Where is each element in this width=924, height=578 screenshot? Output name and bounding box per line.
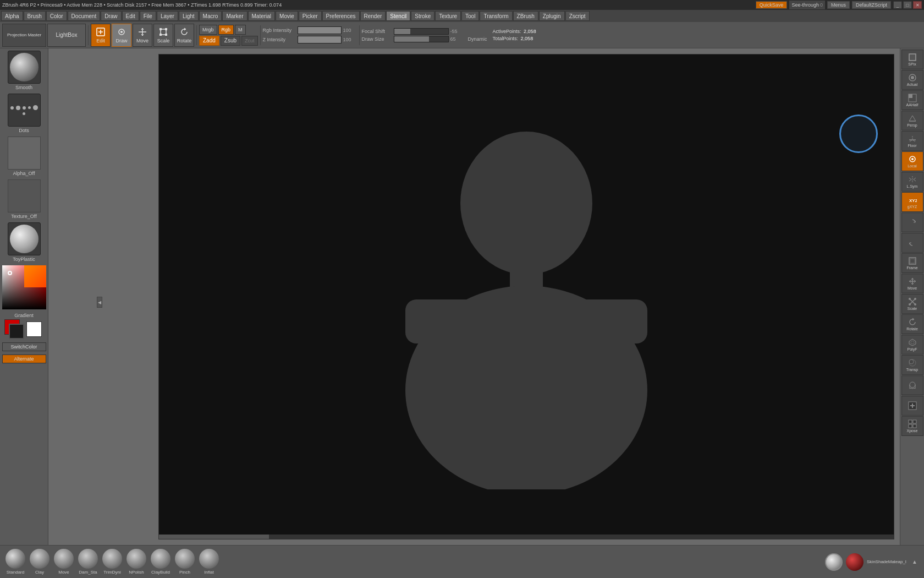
zadd-button[interactable]: Zadd xyxy=(199,36,219,46)
texture-item[interactable]: Texture_Off xyxy=(8,179,41,219)
menu-item-macro[interactable]: Macro xyxy=(199,11,222,21)
inflat-brush-thumb[interactable]: Inflat xyxy=(199,549,219,575)
spix-btn[interactable]: SPix xyxy=(901,50,923,69)
m-button[interactable]: M xyxy=(235,25,246,35)
menu-item-document[interactable]: Document xyxy=(68,11,101,21)
quicksave-button[interactable]: QuickSave xyxy=(756,1,788,9)
menu-item-stroke[interactable]: Stroke xyxy=(411,11,435,21)
skinshade-sphere[interactable] xyxy=(825,553,843,571)
rotate-tool-button[interactable]: Rotate xyxy=(174,24,194,47)
focal-shift-slider[interactable] xyxy=(394,28,449,35)
solo-btn[interactable] xyxy=(901,396,923,416)
canvas-area[interactable]: ◀ xyxy=(48,48,900,545)
white-swatch[interactable] xyxy=(26,321,42,337)
menu-item-render[interactable]: Render xyxy=(360,11,386,21)
menus-button[interactable]: Menus xyxy=(827,1,850,9)
menu-item-light[interactable]: Light xyxy=(179,11,199,21)
red-material-sphere[interactable] xyxy=(846,553,864,571)
zcut-button[interactable]: Zcut xyxy=(241,36,258,46)
clay-brush-thumb[interactable]: Clay xyxy=(30,549,50,575)
projection-master-button[interactable]: Projection Master xyxy=(2,24,46,47)
frame-btn[interactable]: Frame xyxy=(901,253,923,273)
ghost-icon xyxy=(908,381,917,390)
see-through-area: See-through 0 xyxy=(789,1,825,9)
trimdyni-brush-thumb[interactable]: TrimDyni xyxy=(102,549,122,575)
mrgb-button[interactable]: Mrgb xyxy=(199,25,217,35)
svg-point-4 xyxy=(120,31,123,33)
color-picker[interactable] xyxy=(2,265,46,309)
lsym-btn[interactable]: L.Sym xyxy=(901,172,923,192)
claybuild-brush-thumb[interactable]: ClayBuild xyxy=(151,549,170,575)
primary-swatch[interactable] xyxy=(9,324,24,339)
svg-rect-21 xyxy=(909,94,912,98)
zsub-button[interactable]: Zsub xyxy=(221,36,240,46)
menu-item-stencil[interactable]: Stencil xyxy=(386,11,410,21)
trimdyni-brush-icon xyxy=(102,549,122,569)
scroll-up-arrow[interactable]: ▲ xyxy=(911,558,919,566)
divider-2 xyxy=(196,25,197,45)
switch-color-button[interactable]: SwitchColor xyxy=(2,342,46,351)
defaultzscript-button[interactable]: DefaultZScript xyxy=(852,1,891,9)
rgb-intensity-slider[interactable] xyxy=(298,26,342,34)
menu-item-edit[interactable]: Edit xyxy=(122,11,139,21)
ghost-btn[interactable] xyxy=(901,375,923,395)
pinch-brush-thumb[interactable]: Pinch xyxy=(175,549,195,575)
edit-button[interactable]: Edit xyxy=(91,24,111,47)
smooth-brush-item[interactable]: Smooth xyxy=(8,51,41,90)
move-tool-button[interactable]: Move xyxy=(133,24,152,47)
menu-item-file[interactable]: File xyxy=(140,11,156,21)
menu-item-zbrush[interactable]: ZBrush xyxy=(513,11,538,21)
camera1-btn[interactable] xyxy=(901,212,923,232)
lightbox-button[interactable]: LightBox xyxy=(47,24,86,47)
brush-circle-indicator xyxy=(839,114,878,153)
canvas-scrollbar-h[interactable] xyxy=(159,535,894,539)
menu-item-tool[interactable]: Tool xyxy=(461,11,479,21)
menu-item-brush[interactable]: Brush xyxy=(24,11,46,21)
standard-brush-thumb[interactable]: Standard xyxy=(6,549,25,575)
menu-item-color[interactable]: Color xyxy=(46,11,67,21)
rotate-right-btn[interactable]: Rotate xyxy=(901,314,923,334)
draw-button[interactable]: Draw xyxy=(112,24,131,47)
move-brush-thumb[interactable]: Move xyxy=(54,549,74,575)
menu-item-texture[interactable]: Texture xyxy=(435,11,461,21)
floor-btn[interactable]: Floor xyxy=(901,131,923,151)
menu-item-movie[interactable]: Movie xyxy=(276,11,298,21)
z-intensity-slider[interactable] xyxy=(298,36,342,43)
menu-item-alpha[interactable]: Alpha xyxy=(1,11,23,21)
transp-btn[interactable]: Transp xyxy=(901,355,923,375)
local-icon xyxy=(908,155,917,163)
dots-brush-item[interactable]: Dots xyxy=(8,94,41,133)
draw-size-slider[interactable] xyxy=(394,36,449,42)
menu-item-zscript[interactable]: Zscript xyxy=(565,11,590,21)
scale-right-btn[interactable]: Scale xyxy=(901,294,923,314)
npolish-brush-thumb[interactable]: NPolish xyxy=(127,549,146,575)
damsta-brush-thumb[interactable]: Dam_Sta xyxy=(78,549,98,575)
scale-tool-button[interactable]: Scale xyxy=(153,24,173,47)
toyplastic-item[interactable]: ToyPlastic xyxy=(8,222,41,262)
polyf-btn[interactable]: PolyF xyxy=(901,335,923,355)
menu-item-transform[interactable]: Transform xyxy=(480,11,512,21)
alternate-button[interactable]: Alternate xyxy=(2,355,46,363)
menu-item-layer[interactable]: Layer xyxy=(157,11,178,21)
move-right-btn[interactable]: Move xyxy=(901,274,923,293)
alpha-item[interactable]: Alpha_Off xyxy=(8,137,41,176)
minimize-button[interactable]: _ xyxy=(893,1,902,9)
persp-btn[interactable]: Persp xyxy=(901,111,923,130)
menu-item-draw[interactable]: Draw xyxy=(101,11,121,21)
close-button[interactable]: ✕ xyxy=(913,1,922,9)
menu-item-preferences[interactable]: Preferences xyxy=(322,11,360,21)
gxyz-btn[interactable]: XYZ gXYZ xyxy=(901,192,923,212)
xpose-btn[interactable]: Xpose xyxy=(901,416,923,436)
maximize-button[interactable]: □ xyxy=(903,1,912,9)
rgb-button[interactable]: Rgb xyxy=(218,25,234,35)
left-panel-collapse[interactable]: ◀ xyxy=(97,297,102,308)
menu-item-picker[interactable]: Picker xyxy=(299,11,322,21)
local-btn[interactable]: Local xyxy=(901,151,923,171)
menu-item-material[interactable]: Material xyxy=(248,11,276,21)
menu-item-marker[interactable]: Marker xyxy=(222,11,247,21)
aahalf-btn[interactable]: AAHalf xyxy=(901,90,923,110)
camera2-btn[interactable] xyxy=(901,233,923,253)
move-label: Move xyxy=(136,38,148,43)
actual-btn[interactable]: Actual xyxy=(901,70,923,90)
menu-item-zplugin[interactable]: Zplugin xyxy=(539,11,565,21)
